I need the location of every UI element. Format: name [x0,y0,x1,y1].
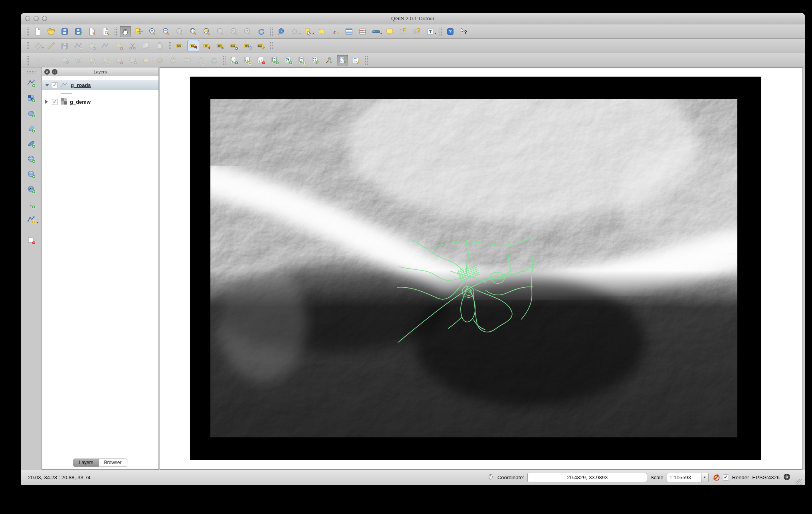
tab-layers[interactable]: Layers [73,459,99,467]
cut-features-icon[interactable] [127,40,138,51]
reshape-features-icon[interactable] [141,55,152,66]
save-project-as-icon[interactable] [73,26,84,37]
rotate-label-icon[interactable]: abc [242,40,253,51]
highlight-pinned-labels-icon[interactable]: ab [201,40,212,51]
split-features-icon[interactable] [168,55,179,66]
delete-ring-icon[interactable] [113,55,125,66]
toggle-editing-icon[interactable] [46,40,57,51]
panel-float-icon[interactable]: □ [52,69,57,75]
new-print-composer-icon[interactable] [86,26,97,37]
add-spatialite-layer-icon[interactable] [24,122,38,135]
add-wfs-layer-icon[interactable] [24,182,38,196]
map-canvas[interactable] [160,67,802,470]
layer-row-g-roads[interactable]: g_roads [42,80,158,90]
zoom-next-icon[interactable] [242,26,253,37]
pan-to-selection-icon[interactable] [133,26,145,37]
current-edits-icon[interactable] [32,40,43,51]
add-part-icon[interactable] [100,55,111,66]
add-mssql-layer-icon[interactable] [24,137,38,150]
zoom-actual-icon[interactable]: 1:1 [174,26,185,37]
open-mapset-icon[interactable] [228,55,240,66]
open-attribute-table-icon[interactable] [343,26,355,37]
add-feature-icon[interactable] [73,40,84,51]
delete-selected-icon[interactable] [113,40,125,51]
zoom-last-icon[interactable] [228,26,240,37]
show-bookmarks-icon[interactable] [411,26,422,37]
close-mapset-icon[interactable] [255,55,267,66]
scale-input[interactable] [667,473,701,482]
offset-curve-icon[interactable] [154,55,165,66]
select-features-icon[interactable] [303,26,314,37]
layer-label[interactable]: g_demw [70,99,91,105]
help-contents-icon[interactable]: ? [445,26,456,37]
layer-row-g-demw[interactable]: g_demw [42,97,158,107]
tab-browser[interactable]: Browser [99,459,127,467]
new-mapset-icon[interactable] [242,55,253,66]
layer-checkbox[interactable] [52,99,58,105]
scale-dropdown-icon[interactable]: ▼ [701,473,709,482]
add-grass-raster-layer-icon[interactable] [283,55,294,66]
add-vector-layer-icon[interactable] [24,76,38,90]
close-window-icon[interactable] [25,16,30,21]
remove-layer-icon[interactable] [24,233,38,247]
redo-icon[interactable] [46,55,57,66]
title-bar[interactable]: QGIS 2.0.1-Dufour [21,13,805,24]
rotate-point-symbols-icon[interactable] [208,55,220,66]
node-tool-icon[interactable] [100,40,111,51]
fill-ring-icon[interactable] [195,55,206,66]
layer-checkbox[interactable] [52,82,58,88]
move-feature-icon[interactable] [86,40,97,51]
panel-close-icon[interactable]: ✕ [44,69,50,75]
window-resize-grip[interactable] [796,479,802,485]
pan-map-icon[interactable] [120,26,131,37]
add-postgis-layer-icon[interactable] [24,107,38,120]
composer-manager-icon[interactable] [100,26,111,37]
save-project-icon[interactable] [59,26,70,37]
zoom-to-selection-icon[interactable] [215,26,226,37]
mouse-position-icon[interactable] [487,473,494,482]
expander-closed-icon[interactable] [45,100,49,104]
run-feature-action-icon[interactable] [289,26,300,37]
merge-features-icon[interactable] [181,55,192,66]
change-label-icon[interactable]: abc [255,40,267,51]
new-project-icon[interactable] [32,26,43,37]
add-wcs-layer-icon[interactable] [24,167,38,181]
zoom-to-layer-icon[interactable] [201,26,212,37]
zoom-window-icon[interactable] [42,16,47,21]
undo-icon[interactable] [32,55,43,66]
edit-grass-vector-icon[interactable] [310,55,321,66]
edit-grass-region-icon[interactable] [351,55,362,66]
delete-part-icon[interactable] [127,55,138,66]
add-wms-layer-icon[interactable] [24,152,38,166]
save-layer-edits-icon[interactable] [59,40,70,51]
expander-open-icon[interactable] [45,84,49,87]
field-calculator-icon[interactable] [357,26,368,37]
minimize-window-icon[interactable] [34,16,39,21]
text-annotation-icon[interactable]: T [425,26,436,37]
create-grass-vector-icon[interactable] [296,55,307,66]
identify-features-icon[interactable]: i [275,26,287,37]
add-grass-vector-layer-icon[interactable] [269,55,280,66]
crs-status-icon[interactable] [783,473,791,482]
show-hide-labels-icon[interactable]: abc [215,40,226,51]
map-tips-icon[interactable] [384,26,395,37]
add-ring-icon[interactable] [86,55,97,66]
zoom-out-icon[interactable] [160,26,172,37]
add-raster-layer-icon[interactable] [24,91,38,105]
deselect-all-icon[interactable] [316,26,327,37]
rotate-feature-icon[interactable] [59,55,70,66]
new-shapefile-layer-icon[interactable] [24,213,38,226]
layer-label[interactable]: g_roads [71,82,91,88]
zoom-full-icon[interactable] [188,26,199,37]
copy-features-icon[interactable] [141,40,152,51]
move-label-icon[interactable]: abc [228,40,240,51]
zoom-in-icon[interactable] [147,26,158,37]
measure-line-icon[interactable] [370,26,382,37]
scale-lock-icon[interactable] [712,473,720,482]
new-bookmark-icon[interactable] [398,26,409,37]
paste-features-icon[interactable] [154,40,165,51]
layer-labeling-options-icon[interactable]: abc [174,40,185,51]
map-refresh-icon[interactable] [255,26,267,37]
select-by-expression-icon[interactable]: ε [330,26,341,37]
pin-unpin-labels-icon[interactable]: ab [188,40,199,51]
